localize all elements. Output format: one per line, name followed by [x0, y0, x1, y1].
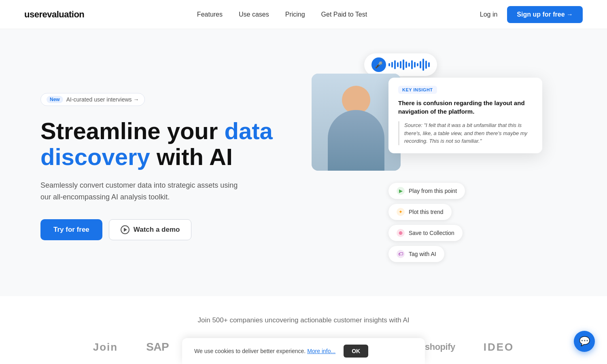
action-save-button[interactable]: ⊕ Save to Collection	[388, 225, 463, 241]
nav-links: Features Use cases Pricing Get Paid to T…	[197, 11, 367, 18]
wave-bar	[408, 63, 410, 67]
wave-bar	[411, 60, 413, 69]
hero-title: Streamline your data discovery with AI	[40, 118, 275, 170]
hero-title-suffix: with AI	[150, 144, 233, 170]
play-icon	[121, 225, 129, 234]
insight-tag-label: KEY INSIGHT	[398, 86, 437, 94]
brand-logo[interactable]: userevaluation	[24, 9, 84, 20]
mic-icon: 🎤	[371, 57, 386, 72]
play-action-icon: ▶	[397, 187, 405, 195]
action-tag-button[interactable]: 🏷 Tag with AI	[388, 246, 444, 262]
wave-bar	[417, 63, 418, 66]
badge-text: AI-curated user interviews →	[66, 96, 139, 103]
insight-title: There is confusion regarding the layout …	[398, 99, 533, 116]
navbar: userevaluation Features Use cases Pricin…	[0, 0, 607, 29]
company-logo-join: Join	[93, 341, 118, 353]
wave-bar	[397, 62, 399, 67]
cookie-more-link[interactable]: More info...	[307, 348, 335, 354]
wave-bar	[414, 62, 416, 68]
action-play-label: Play from this point	[409, 188, 457, 194]
hero-right: 🎤	[299, 61, 567, 272]
hero-buttons: Try for free Watch a demo	[40, 219, 275, 240]
hero-title-highlight2: discovery	[40, 144, 150, 170]
cookie-text: We use cookies to deliver better experie…	[194, 348, 335, 354]
action-buttons-group: ▶ Play from this point ✦ Plot this trend…	[388, 183, 465, 262]
play-triangle	[124, 228, 127, 232]
wave-bar	[420, 61, 421, 68]
try-free-button[interactable]: Try for free	[40, 219, 102, 240]
hero-title-prefix: Streamline your	[40, 118, 224, 144]
hero-badge[interactable]: New AI-curated user interviews →	[40, 93, 145, 106]
wave-bar	[391, 62, 393, 68]
wave-bar	[388, 63, 390, 66]
insight-source: Source: "I felt that it was a bit unfami…	[398, 121, 533, 145]
hero-left: New AI-curated user interviews → Streaml…	[40, 93, 275, 240]
action-trend-button[interactable]: ✦ Plot this trend	[388, 204, 452, 220]
cookie-banner: We use cookies to deliver better experie…	[182, 338, 425, 364]
action-tag-label: Tag with AI	[409, 251, 436, 257]
nav-item-get-paid[interactable]: Get Paid to Test	[321, 11, 367, 18]
login-button[interactable]: Log in	[480, 11, 498, 18]
wave-bar	[403, 59, 404, 70]
action-trend-label: Plot this trend	[409, 209, 444, 215]
wave-bar	[400, 61, 401, 68]
nav-item-features[interactable]: Features	[197, 11, 223, 18]
hero-section: New AI-curated user interviews → Streaml…	[0, 29, 607, 296]
action-play-button[interactable]: ▶ Play from this point	[388, 183, 465, 199]
watch-demo-label: Watch a demo	[134, 226, 180, 234]
hero-title-highlight1: data	[224, 118, 272, 144]
nav-item-pricing[interactable]: Pricing	[285, 11, 305, 18]
watch-demo-button[interactable]: Watch a demo	[109, 219, 192, 240]
wave-bar	[405, 61, 407, 68]
nav-item-use-cases[interactable]: Use cases	[239, 11, 269, 18]
nav-right: Log in Sign up for free →	[480, 6, 583, 23]
wave-bar	[425, 61, 427, 69]
person-photo	[312, 74, 401, 171]
signup-button[interactable]: Sign up for free →	[507, 6, 583, 23]
company-logo-sap: SAP	[146, 341, 169, 353]
save-action-icon: ⊕	[397, 229, 405, 237]
tag-action-icon: 🏷	[397, 250, 405, 258]
companies-title: Join 500+ companies uncovering actionabl…	[40, 316, 567, 324]
cookie-message: We use cookies to deliver better experie…	[194, 348, 306, 354]
action-save-label: Save to Collection	[409, 230, 454, 236]
audio-wave: 🎤	[364, 53, 437, 76]
badge-new-label: New	[47, 96, 63, 103]
hero-subtitle: Seamlessly convert customer data into st…	[40, 180, 243, 203]
wave-bar	[422, 59, 424, 71]
cookie-ok-button[interactable]: OK	[344, 345, 368, 358]
wave-bar	[428, 62, 430, 67]
chat-widget-icon: 💬	[579, 336, 590, 347]
wave-bars	[388, 59, 430, 71]
hero-image: 🎤	[299, 61, 567, 272]
company-logo-ideo: IDEO	[484, 341, 514, 353]
trend-action-icon: ✦	[397, 208, 405, 216]
insight-card: KEY INSIGHT There is confusion regarding…	[388, 78, 542, 153]
chat-widget-button[interactable]: 💬	[574, 331, 595, 352]
wave-bar	[394, 60, 396, 69]
